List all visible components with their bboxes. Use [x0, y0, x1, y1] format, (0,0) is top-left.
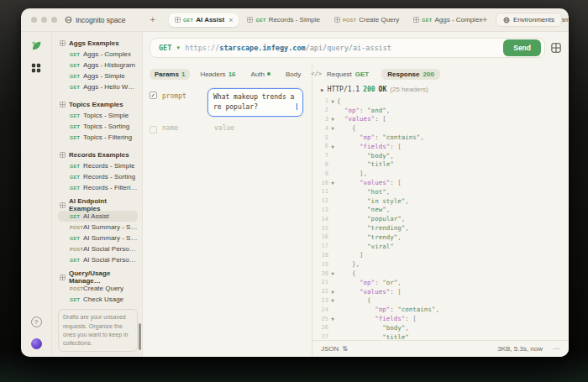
tab-ai-assist[interactable]: GETAI Assist× — [169, 13, 239, 27]
sidebar-section-aggs-examples: Aggs ExamplesGETAggs - ComplexGETAggs - … — [58, 37, 138, 92]
code-line: 21"op": "or", — [317, 278, 569, 287]
request-tab-auth[interactable]: Auth — [246, 69, 276, 80]
sidebar-folder-aggs-examples[interactable]: Aggs Examples — [58, 37, 138, 49]
sidebar-item-ai-social-persona[interactable]: POSTAI Social Persona… — [58, 243, 138, 254]
sidebar-folder-ai-endpoint-examples[interactable]: AI Endpoint Examples — [58, 199, 138, 211]
response-tab-request[interactable]: RequestGET — [321, 69, 375, 80]
collapse-triangle-icon[interactable]: ▶ — [321, 86, 324, 92]
request-method: GET — [70, 164, 81, 169]
code-line: 6▼"fields": [ — [317, 142, 569, 151]
request-method: GET — [70, 124, 81, 129]
request-label: Topics - Simple — [83, 112, 129, 119]
sidebar-item-records-sorting[interactable]: GETRecords - Sorting — [58, 171, 138, 182]
request-tab-headers[interactable]: Headers16 — [195, 69, 240, 80]
sidebar-item-ai-summary-str[interactable]: GETAI Summary - Str… — [58, 233, 138, 243]
code-line: 20▼{ — [317, 269, 569, 278]
tab-label: Create Query — [359, 16, 399, 24]
code-text: "title" — [337, 333, 409, 340]
sidebar-item-topics-simple[interactable]: GETTopics - Simple — [58, 110, 138, 121]
collection-icon — [60, 275, 66, 280]
request-method: GET — [70, 297, 81, 302]
code-line: 11"hot", — [317, 187, 569, 196]
new-request-button[interactable]: + — [147, 15, 159, 24]
empty-param-name-input[interactable]: name — [162, 124, 202, 132]
code-line: 12"in style", — [317, 196, 569, 206]
sidebar-item-aggs-complex[interactable]: GETAggs - Complex — [58, 49, 138, 60]
new-tab-button[interactable]: + — [479, 15, 491, 24]
url-input[interactable]: https://starscape.infegy.com/api/query/a… — [185, 44, 499, 52]
tab-label: Request — [327, 71, 352, 78]
method-select[interactable]: GET — [159, 44, 171, 52]
folder-label: Records Examples — [69, 151, 129, 159]
response-status-line[interactable]: ▶ HTTP/1.1 200 OK (25 headers) — [312, 82, 569, 95]
apps-grid-icon[interactable] — [31, 63, 41, 73]
code-text: "trendy", — [337, 233, 402, 241]
zoom-window-button[interactable] — [51, 17, 57, 23]
empty-param-checkbox[interactable] — [150, 126, 157, 133]
line-number: 15 — [317, 225, 328, 232]
sidebar-item-records-simple[interactable]: GETRecords - Simple — [58, 160, 138, 171]
environments-button[interactable]: Environments — [496, 13, 562, 27]
param-checkbox[interactable]: ✓ — [150, 92, 157, 99]
sidebar-folder-records-examples[interactable]: Records Examples — [58, 149, 138, 160]
tab-records-simple[interactable]: GETRecords - Simple — [241, 13, 326, 26]
app-logo-icon — [30, 39, 43, 52]
sidebar-folder-topics-examples[interactable]: Topics Examples — [58, 98, 138, 110]
sidebar-item-aggs-hello-world[interactable]: GETAggs - Hello World — [58, 81, 138, 92]
collapse-arrow-icon[interactable]: ▼ — [328, 316, 337, 322]
sidebar-item-records-filtering[interactable]: GETRecords - Filtering — [58, 182, 138, 193]
sidebar-item-aggs-histogram[interactable]: GETAggs - Histogram — [58, 60, 138, 71]
param-value-input[interactable]: What makeup trends are popular? — [207, 88, 303, 117]
sidebar-item-ai-summary-str[interactable]: POSTAI Summary - Str… — [58, 222, 138, 233]
response-tab-response[interactable]: Response200 — [381, 69, 440, 80]
param-name-input[interactable]: prompt — [162, 92, 202, 100]
collapse-arrow-icon[interactable]: ▼ — [328, 144, 337, 149]
sidebar-scrollbar[interactable] — [139, 323, 141, 350]
response-pane: RequestGETResponse200 ▶ HTTP/1.1 200 OK … — [312, 63, 569, 357]
request-method: GET — [70, 52, 81, 57]
sort-arrows-icon[interactable]: ⇅ — [342, 345, 348, 353]
workspace-switcher[interactable]: Incognito space — [65, 16, 126, 24]
close-window-button[interactable] — [31, 17, 37, 23]
code-line: 4▼{ — [317, 123, 569, 133]
code-text: }, — [337, 260, 360, 268]
json-viewer[interactable]: 1▼{2"op": "and",3▼"values": [4▼{5"op": "… — [312, 95, 569, 340]
collapse-arrow-icon[interactable]: ▼ — [328, 116, 337, 122]
sidebar: Aggs ExamplesGETAggs - ComplexGETAggs - … — [52, 32, 143, 357]
format-select[interactable]: JSON — [321, 345, 339, 353]
help-button[interactable]: ? — [31, 317, 42, 327]
avatar[interactable] — [31, 338, 42, 349]
sidebar-item-topics-sorting[interactable]: GETTopics - Sorting — [58, 121, 138, 132]
sidebar-item-topics-filtering[interactable]: GETTopics - Filtering — [58, 132, 138, 143]
tab-create-query[interactable]: POSTCreate Query — [328, 13, 405, 26]
request-tab-body[interactable]: Body — [281, 69, 306, 80]
request-tab-params[interactable]: Params1 — [150, 69, 190, 80]
sidebar-folder-query-usage-manage[interactable]: Query/Usage Manage… — [58, 271, 138, 283]
collapse-arrow-icon[interactable]: ▼ — [328, 289, 337, 295]
collapse-arrow-icon[interactable]: ▼ — [328, 297, 337, 303]
send-button[interactable]: Send — [503, 39, 541, 56]
layout-toggle-button[interactable] — [551, 43, 561, 53]
protocol: HTTP/1.1 — [328, 86, 360, 93]
code-text: "op": "contains", — [337, 133, 424, 141]
line-number: 6 — [317, 143, 328, 149]
sidebar-item-check-usage[interactable]: GETCheck Usage — [58, 294, 138, 305]
line-number: 13 — [317, 207, 328, 213]
sidebar-item-ai-social-persona[interactable]: GETAI Social Persona… — [58, 254, 138, 265]
request-label: Topics - Filtering — [83, 133, 132, 141]
main-area: GET ▼ https://starscape.infegy.com/api/q… — [143, 32, 569, 357]
code-line: 23▼{ — [317, 296, 569, 306]
url-bar[interactable]: GET ▼ https://starscape.infegy.com/api/q… — [150, 38, 545, 58]
tab-label: Auth — [251, 71, 265, 78]
request-method: GET — [70, 135, 81, 140]
collapse-arrow-icon[interactable]: ▼ — [328, 98, 337, 104]
collapse-arrow-icon[interactable]: ▼ — [328, 180, 337, 186]
response-menu-icon[interactable]: ⋯ — [553, 345, 560, 353]
collapse-arrow-icon[interactable]: ▼ — [328, 125, 337, 131]
tab-aggs-complex[interactable]: GETAggs - Complex — [407, 13, 488, 26]
collapse-arrow-icon[interactable]: ▼ — [328, 270, 337, 276]
empty-param-value-input[interactable]: value — [207, 124, 234, 132]
close-tab-icon[interactable]: × — [228, 16, 233, 24]
minimize-window-button[interactable] — [41, 17, 47, 23]
sidebar-item-aggs-simple[interactable]: GETAggs - Simple — [58, 71, 138, 81]
